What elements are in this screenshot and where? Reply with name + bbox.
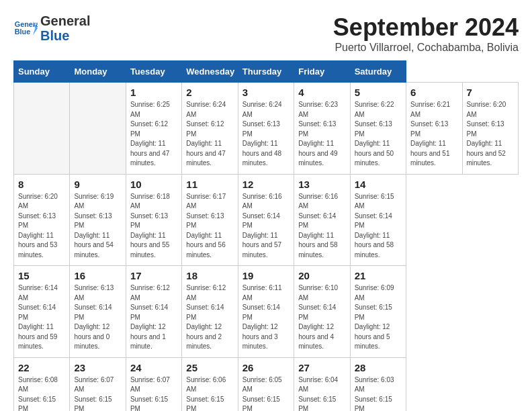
table-row: 13Sunrise: 6:16 AMSunset: 6:14 PMDayligh… (294, 174, 350, 266)
day-info: Sunrise: 6:07 AMSunset: 6:15 PMDaylight:… (130, 375, 177, 412)
table-row: 19Sunrise: 6:11 AMSunset: 6:14 PMDayligh… (238, 266, 294, 358)
day-number: 7 (467, 87, 515, 98)
day-number: 16 (74, 270, 121, 281)
table-row: 11Sunrise: 6:17 AMSunset: 6:13 PMDayligh… (182, 174, 238, 266)
table-row: 23Sunrise: 6:07 AMSunset: 6:15 PMDayligh… (70, 357, 126, 411)
logo-icon: General Blue (13, 16, 38, 40)
weekday-header-tuesday: Tuesday (126, 61, 181, 83)
day-number: 23 (74, 362, 121, 373)
logo-text: GeneralBlue (40, 13, 90, 43)
day-info: Sunrise: 6:21 AMSunset: 6:13 PMDaylight:… (410, 100, 457, 169)
calendar-table: SundayMondayTuesdayWednesdayThursdayFrid… (13, 60, 519, 411)
page-header: General Blue GeneralBlue September 2024 … (13, 13, 519, 54)
day-info: Sunrise: 6:25 AMSunset: 6:12 PMDaylight:… (130, 100, 177, 169)
weekday-header-friday: Friday (294, 61, 350, 83)
day-info: Sunrise: 6:24 AMSunset: 6:13 PMDaylight:… (242, 100, 290, 169)
day-number: 5 (355, 87, 402, 98)
day-info: Sunrise: 6:22 AMSunset: 6:13 PMDaylight:… (355, 100, 402, 169)
day-info: Sunrise: 6:20 AMSunset: 6:13 PMDaylight:… (467, 100, 515, 169)
table-row (14, 83, 70, 175)
table-row: 10Sunrise: 6:18 AMSunset: 6:13 PMDayligh… (126, 174, 181, 266)
day-number: 27 (298, 362, 345, 373)
table-row: 24Sunrise: 6:07 AMSunset: 6:15 PMDayligh… (126, 357, 181, 411)
table-row: 27Sunrise: 6:04 AMSunset: 6:15 PMDayligh… (294, 357, 350, 411)
day-number: 25 (186, 362, 233, 373)
day-info: Sunrise: 6:13 AMSunset: 6:14 PMDaylight:… (74, 283, 121, 352)
table-row: 20Sunrise: 6:10 AMSunset: 6:14 PMDayligh… (294, 266, 350, 358)
day-info: Sunrise: 6:16 AMSunset: 6:14 PMDaylight:… (298, 192, 345, 261)
day-info: Sunrise: 6:12 AMSunset: 6:14 PMDaylight:… (130, 283, 177, 352)
day-info: Sunrise: 6:15 AMSunset: 6:14 PMDaylight:… (355, 192, 402, 261)
day-number: 14 (355, 179, 402, 190)
day-number: 20 (298, 270, 345, 281)
day-info: Sunrise: 6:19 AMSunset: 6:13 PMDaylight:… (74, 192, 121, 261)
weekday-header-wednesday: Wednesday (182, 61, 238, 83)
day-info: Sunrise: 6:11 AMSunset: 6:14 PMDaylight:… (242, 283, 290, 352)
day-info: Sunrise: 6:06 AMSunset: 6:15 PMDaylight:… (186, 375, 233, 412)
title-block: September 2024 Puerto Villarroel, Cochab… (333, 13, 519, 54)
svg-text:Blue: Blue (15, 28, 30, 36)
day-number: 26 (242, 362, 290, 373)
day-info: Sunrise: 6:18 AMSunset: 6:13 PMDaylight:… (130, 192, 177, 261)
table-row: 26Sunrise: 6:05 AMSunset: 6:15 PMDayligh… (238, 357, 294, 411)
day-info: Sunrise: 6:23 AMSunset: 6:13 PMDaylight:… (298, 100, 345, 169)
day-info: Sunrise: 6:08 AMSunset: 6:15 PMDaylight:… (18, 375, 65, 412)
day-number: 19 (242, 270, 290, 281)
table-row: 3Sunrise: 6:24 AMSunset: 6:13 PMDaylight… (238, 83, 294, 175)
table-row: 15Sunrise: 6:14 AMSunset: 6:14 PMDayligh… (14, 266, 70, 358)
day-info: Sunrise: 6:16 AMSunset: 6:14 PMDaylight:… (242, 192, 290, 261)
weekday-header-sunday: Sunday (14, 61, 70, 83)
table-row: 22Sunrise: 6:08 AMSunset: 6:15 PMDayligh… (14, 357, 70, 411)
table-row: 18Sunrise: 6:12 AMSunset: 6:14 PMDayligh… (182, 266, 238, 358)
day-number: 11 (186, 179, 233, 190)
table-row: 5Sunrise: 6:22 AMSunset: 6:13 PMDaylight… (350, 83, 406, 175)
logo: General Blue GeneralBlue (13, 13, 90, 43)
day-number: 10 (130, 179, 177, 190)
day-info: Sunrise: 6:12 AMSunset: 6:14 PMDaylight:… (186, 283, 233, 352)
month-title: September 2024 (333, 13, 519, 42)
day-info: Sunrise: 6:14 AMSunset: 6:14 PMDaylight:… (18, 283, 65, 352)
table-row: 9Sunrise: 6:19 AMSunset: 6:13 PMDaylight… (70, 174, 126, 266)
table-row: 25Sunrise: 6:06 AMSunset: 6:15 PMDayligh… (182, 357, 238, 411)
day-number: 1 (130, 87, 177, 98)
day-number: 18 (186, 270, 233, 281)
table-row: 12Sunrise: 6:16 AMSunset: 6:14 PMDayligh… (238, 174, 294, 266)
table-row: 17Sunrise: 6:12 AMSunset: 6:14 PMDayligh… (126, 266, 181, 358)
day-info: Sunrise: 6:07 AMSunset: 6:15 PMDaylight:… (74, 375, 121, 412)
table-row: 14Sunrise: 6:15 AMSunset: 6:14 PMDayligh… (350, 174, 406, 266)
table-row: 16Sunrise: 6:13 AMSunset: 6:14 PMDayligh… (70, 266, 126, 358)
day-number: 15 (18, 270, 65, 281)
table-row: 21Sunrise: 6:09 AMSunset: 6:15 PMDayligh… (350, 266, 406, 358)
day-info: Sunrise: 6:24 AMSunset: 6:12 PMDaylight:… (186, 100, 233, 169)
table-row: 7Sunrise: 6:20 AMSunset: 6:13 PMDaylight… (462, 83, 519, 175)
day-number: 8 (18, 179, 65, 190)
day-info: Sunrise: 6:17 AMSunset: 6:13 PMDaylight:… (186, 192, 233, 261)
day-info: Sunrise: 6:10 AMSunset: 6:14 PMDaylight:… (298, 283, 345, 352)
day-info: Sunrise: 6:09 AMSunset: 6:15 PMDaylight:… (355, 283, 402, 352)
table-row: 6Sunrise: 6:21 AMSunset: 6:13 PMDaylight… (406, 83, 462, 175)
weekday-header-saturday: Saturday (350, 61, 406, 83)
table-row (70, 83, 126, 175)
location: Puerto Villarroel, Cochabamba, Bolivia (333, 42, 519, 54)
weekday-header-thursday: Thursday (238, 61, 294, 83)
day-number: 17 (130, 270, 177, 281)
table-row: 28Sunrise: 6:03 AMSunset: 6:15 PMDayligh… (350, 357, 406, 411)
day-number: 13 (298, 179, 345, 190)
table-row: 4Sunrise: 6:23 AMSunset: 6:13 PMDaylight… (294, 83, 350, 175)
day-number: 2 (186, 87, 233, 98)
day-number: 3 (242, 87, 290, 98)
day-number: 12 (242, 179, 290, 190)
day-number: 9 (74, 179, 121, 190)
day-info: Sunrise: 6:03 AMSunset: 6:15 PMDaylight:… (355, 375, 402, 412)
day-info: Sunrise: 6:20 AMSunset: 6:13 PMDaylight:… (18, 192, 65, 261)
day-number: 24 (130, 362, 177, 373)
day-info: Sunrise: 6:05 AMSunset: 6:15 PMDaylight:… (242, 375, 290, 412)
table-row: 1Sunrise: 6:25 AMSunset: 6:12 PMDaylight… (126, 83, 181, 175)
table-row: 2Sunrise: 6:24 AMSunset: 6:12 PMDaylight… (182, 83, 238, 175)
table-row: 8Sunrise: 6:20 AMSunset: 6:13 PMDaylight… (14, 174, 70, 266)
day-number: 6 (410, 87, 457, 98)
day-number: 28 (355, 362, 402, 373)
day-number: 21 (355, 270, 402, 281)
day-number: 22 (18, 362, 65, 373)
day-info: Sunrise: 6:04 AMSunset: 6:15 PMDaylight:… (298, 375, 345, 412)
